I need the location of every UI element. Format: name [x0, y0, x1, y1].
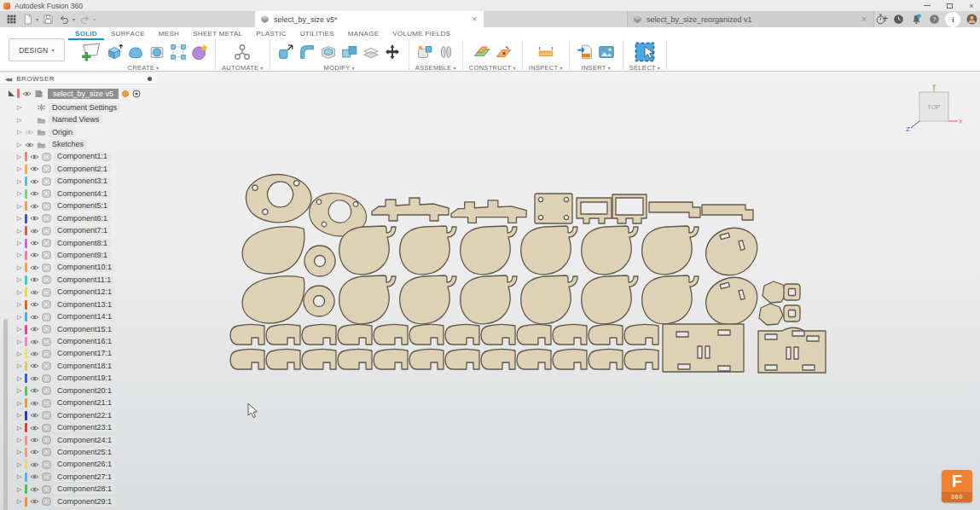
ribbon-tab-manage[interactable]: MANAGE — [341, 27, 386, 40]
expand-arrow-icon[interactable]: ▷ — [17, 339, 25, 345]
offset-icon[interactable] — [362, 42, 381, 61]
browser-component-row[interactable]: ▷Component29:1 — [17, 496, 157, 507]
part-bartab[interactable] — [702, 205, 753, 220]
browser-component-row[interactable]: ▷Component6:1 — [17, 212, 157, 224]
part-foot[interactable] — [553, 350, 587, 370]
expand-arrow-icon[interactable]: ▷ — [17, 252, 25, 258]
visibility-eye-icon[interactable] — [30, 461, 42, 468]
fusion-360-badge[interactable]: F 360 — [942, 470, 972, 502]
part-panelholes[interactable] — [535, 194, 572, 223]
visibility-eye-icon[interactable] — [30, 473, 42, 480]
part-foot[interactable] — [266, 350, 300, 370]
browser-component-row[interactable]: ▷Component2:1 — [17, 163, 157, 175]
part-slotted[interactable] — [706, 277, 757, 324]
visibility-eye-icon[interactable] — [30, 498, 42, 505]
browser-component-row[interactable]: ▷Component15:1 — [17, 323, 157, 335]
expand-arrow-icon[interactable]: ▷ — [17, 154, 25, 160]
visibility-eye-icon[interactable] — [30, 228, 42, 235]
part-teardrop[interactable] — [242, 276, 304, 323]
browser-component-row[interactable]: ▷Component18:1 — [17, 360, 157, 372]
part-foot[interactable] — [517, 350, 551, 370]
part-foot[interactable] — [624, 350, 658, 370]
part-dshape[interactable] — [400, 226, 456, 275]
visibility-eye-icon[interactable] — [30, 437, 42, 443]
group-label[interactable]: INSPECT — [529, 64, 563, 72]
group-label[interactable]: MODIFY — [324, 64, 355, 72]
redo-dropdown-icon[interactable]: ▾ — [93, 16, 96, 22]
visibility-eye-icon[interactable] — [30, 178, 42, 185]
activate-radio-icon[interactable] — [132, 86, 141, 101]
part-foot[interactable] — [230, 325, 264, 345]
part-foot[interactable] — [553, 325, 587, 345]
clock-dark-icon[interactable] — [891, 13, 905, 26]
expand-arrow-icon[interactable]: ▷ — [17, 190, 25, 197]
group-label[interactable]: CREATE — [128, 64, 159, 72]
browser-component-row[interactable]: ▷Component19:1 — [17, 373, 157, 385]
expand-arrow-icon[interactable]: ▷ — [17, 215, 25, 222]
expand-arrow-icon[interactable]: ▷ — [17, 362, 25, 369]
document-tab[interactable]: select_by_size_reorganized v1× — [627, 11, 874, 27]
document-tab[interactable]: select_by_size v5*× — [255, 11, 484, 27]
measure-icon[interactable] — [536, 42, 555, 61]
part-panelwindow[interactable] — [612, 194, 647, 223]
app-grid-icon[interactable] — [5, 13, 18, 26]
part-foot[interactable] — [302, 350, 336, 370]
visibility-eye-icon[interactable] — [30, 387, 42, 394]
part-dshape[interactable] — [461, 275, 517, 324]
part-foot[interactable] — [445, 350, 479, 370]
part-foot[interactable] — [481, 325, 515, 345]
visibility-eye-icon[interactable] — [30, 339, 42, 345]
redo-icon[interactable] — [78, 13, 91, 26]
part-dshape[interactable] — [400, 275, 456, 324]
part-hex[interactable] — [763, 281, 786, 303]
new-component-icon[interactable] — [415, 42, 435, 61]
part-washer[interactable] — [784, 305, 800, 322]
browser-component-row[interactable]: ▷Component28:1 — [17, 484, 157, 496]
ribbon-tab-utilities[interactable]: UTILITIES — [293, 27, 341, 40]
visibility-eye-icon[interactable] — [30, 449, 42, 455]
part-slotted[interactable] — [706, 228, 757, 275]
part-dshape[interactable] — [521, 275, 577, 324]
ribbon-tab-mesh[interactable]: MESH — [152, 27, 186, 40]
browser-folder-row[interactable]: ▷Named Views — [17, 113, 157, 125]
ribbon-tab-surface[interactable]: SURFACE — [104, 27, 152, 40]
group-label[interactable]: AUTOMATE — [222, 64, 264, 72]
expand-arrow-icon[interactable]: ▷ — [17, 412, 25, 419]
minimize-button[interactable] — [922, 1, 932, 10]
file-new-icon[interactable] — [21, 13, 34, 26]
form-icon[interactable] — [125, 42, 145, 61]
part-dshape[interactable] — [521, 226, 577, 275]
part-foot[interactable] — [374, 350, 408, 370]
viewcube-face-label[interactable]: TOP — [927, 103, 940, 111]
browser-component-row[interactable]: ▷Component1:1 — [17, 151, 157, 163]
browser-component-row[interactable]: ▷Component17:1 — [17, 348, 157, 360]
move-icon[interactable] — [383, 42, 403, 61]
visibility-eye-icon[interactable] — [30, 425, 42, 432]
browser-component-row[interactable]: ▷Component25:1 — [17, 446, 157, 458]
expand-arrow-icon[interactable]: ▷ — [17, 240, 25, 246]
part-dshape[interactable] — [642, 275, 699, 324]
visibility-eye-icon[interactable] — [25, 142, 37, 148]
expand-arrow-icon[interactable]: ▷ — [17, 203, 25, 210]
part-foot[interactable] — [338, 350, 372, 370]
expand-arrow-icon[interactable]: ▷ — [17, 449, 25, 455]
part-dshape[interactable] — [582, 275, 638, 324]
part-donut[interactable] — [304, 246, 335, 276]
joint-icon[interactable] — [437, 42, 456, 61]
ribbon-tab-sheet-metal[interactable]: SHEET METAL — [186, 27, 249, 40]
browser-root-row[interactable]: select_by_size v5 — [9, 87, 157, 100]
browser-component-row[interactable]: ▷Component14:1 — [17, 310, 157, 322]
browser-component-row[interactable]: ▷Component10:1 — [17, 262, 157, 274]
part-donut[interactable] — [304, 286, 334, 316]
part-dshape[interactable] — [339, 226, 396, 275]
browser-component-row[interactable]: ▷Component4:1 — [17, 188, 157, 200]
select-tool-icon[interactable] — [632, 39, 657, 64]
visibility-eye-icon[interactable] — [30, 301, 42, 308]
ribbon-tab-solid[interactable]: SOLID — [68, 27, 104, 40]
expand-arrow-icon[interactable]: ▷ — [17, 425, 25, 432]
part-foot[interactable] — [517, 325, 551, 345]
ribbon-tab-plastic[interactable]: PLASTIC — [249, 27, 293, 40]
group-label[interactable]: INSERT — [582, 64, 611, 72]
browser-scrollbar[interactable] — [3, 319, 8, 510]
part-teardrop[interactable] — [242, 227, 304, 274]
